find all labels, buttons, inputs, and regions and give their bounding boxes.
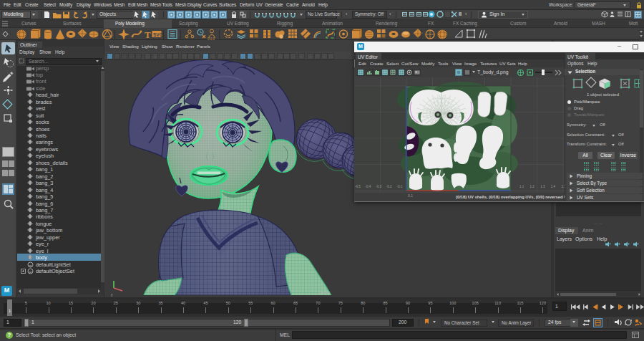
svg-text:y: y <box>111 292 113 297</box>
svg-text:-0.1: -0.1 <box>396 185 402 188</box>
svg-text:SVG: SVG <box>153 32 163 37</box>
svg-text:1.1: 1.1 <box>519 185 525 188</box>
svg-text:-0.4: -0.4 <box>366 185 371 188</box>
svg-text:-0.2: -0.2 <box>386 185 392 188</box>
svg-text:1.2: 1.2 <box>530 185 535 188</box>
svg-text:-0.3: -0.3 <box>376 185 381 188</box>
svg-text:1.3: 1.3 <box>540 185 545 188</box>
svg-text:-0.5: -0.5 <box>355 185 361 188</box>
svg-text:1.4: 1.4 <box>551 185 556 188</box>
svg-text:T: T <box>145 29 151 40</box>
